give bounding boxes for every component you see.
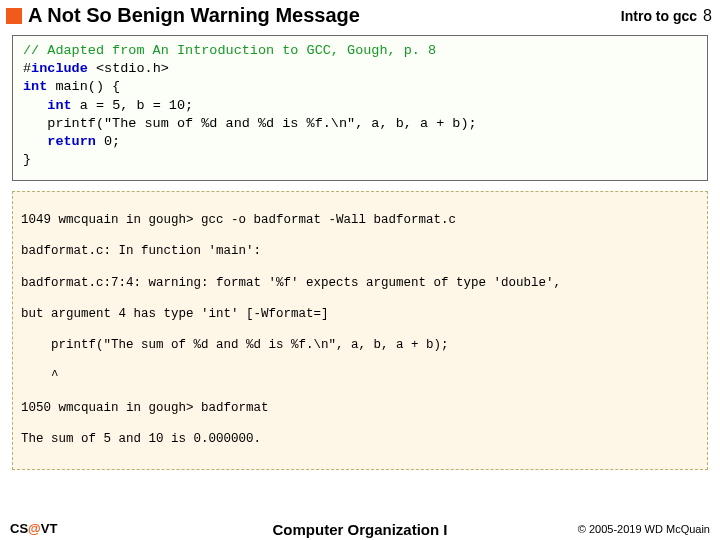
- footer-left: CS@VT: [10, 521, 57, 536]
- slide-title: A Not So Benign Warning Message: [28, 4, 621, 27]
- slide-header: A Not So Benign Warning Message Intro to…: [0, 0, 720, 29]
- footer-cs: CS: [10, 521, 28, 536]
- code-text: main() {: [47, 79, 120, 94]
- at-icon: @: [28, 521, 41, 536]
- slide-footer: CS@VT Computer Organization I © 2005-201…: [0, 521, 720, 536]
- code-text: 0;: [96, 134, 120, 149]
- keyword: return: [47, 134, 96, 149]
- terminal-line: badformat.c: In function 'main':: [21, 244, 261, 258]
- footer-vt: VT: [41, 521, 58, 536]
- terminal-line: The sum of 5 and 10 is 0.000000.: [21, 432, 261, 446]
- terminal-line: 1049 wmcquain in gough> gcc -o badformat…: [21, 213, 456, 227]
- module-name: Intro to gcc: [621, 8, 697, 24]
- keyword: int: [23, 79, 47, 94]
- code-text: #: [23, 61, 31, 76]
- page-number: 8: [703, 7, 712, 25]
- code-comment: // Adapted from An Introduction to GCC, …: [23, 43, 436, 58]
- source-code-box: // Adapted from An Introduction to GCC, …: [12, 35, 708, 181]
- terminal-line: but argument 4 has type 'int' [-Wformat=…: [21, 307, 329, 321]
- bullet-icon: [6, 8, 22, 24]
- code-text: a = 5, b = 10;: [72, 98, 194, 113]
- terminal-line: badformat.c:7:4: warning: format '%f' ex…: [21, 276, 561, 290]
- terminal-line: printf("The sum of %d and %d is %f.\n", …: [21, 338, 449, 352]
- code-text: <stdio.h>: [88, 61, 169, 76]
- code-indent: [23, 134, 47, 149]
- code-indent: [23, 98, 47, 113]
- keyword: include: [31, 61, 88, 76]
- terminal-line: 1050 wmcquain in gough> badformat: [21, 401, 269, 415]
- footer-right: © 2005-2019 WD McQuain: [578, 523, 710, 535]
- terminal-line: ^: [21, 369, 59, 383]
- code-text: printf("The sum of %d and %d is %f.\n", …: [23, 115, 697, 133]
- keyword: int: [47, 98, 71, 113]
- terminal-output-box: 1049 wmcquain in gough> gcc -o badformat…: [12, 191, 708, 471]
- code-text: }: [23, 151, 697, 169]
